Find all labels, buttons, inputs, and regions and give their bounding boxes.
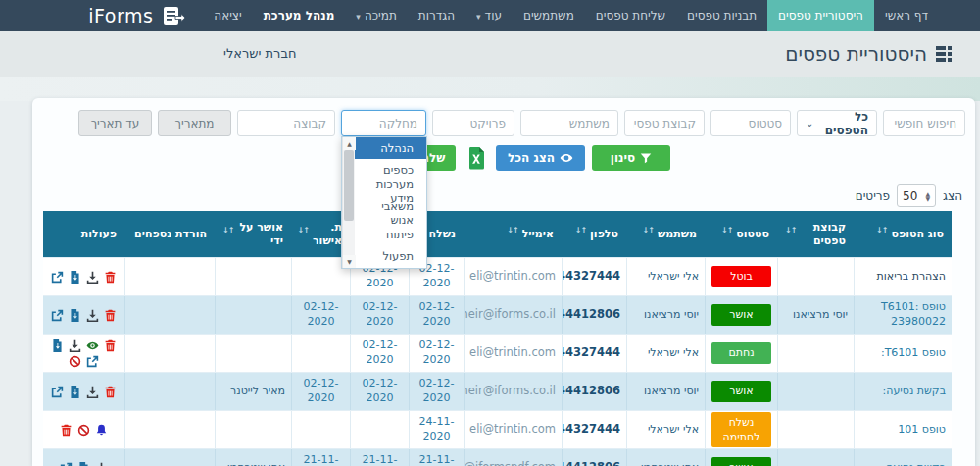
form-type-link[interactable]: טופס T6101: [881, 346, 946, 361]
form-type-link[interactable]: טופס T6101: 23980022 [860, 300, 946, 330]
trash-icon[interactable] [104, 271, 117, 284]
form-type-link[interactable]: בקשת נסיעה: [883, 461, 946, 466]
email[interactable]: meir@iforms.co.il [464, 384, 556, 399]
filter-forms-group-input[interactable] [624, 110, 705, 136]
filled: 21-11-2020 [357, 453, 403, 466]
column-header-2[interactable]: סטטוס↑↓ [705, 211, 777, 257]
sort-icon: ↑↓ [507, 226, 517, 235]
nav-item-2[interactable]: תבניות טפסים [676, 0, 767, 31]
column-header-1[interactable]: קבוצת טפסים↑↓ [777, 211, 854, 257]
nav-item-3[interactable]: שליחת טפסים [585, 0, 676, 31]
form-type-link[interactable]: טופס 101 [898, 423, 946, 438]
email-cell: eli@trintin.com [464, 258, 562, 295]
email[interactable]: meir@iforms.co.il [464, 307, 556, 323]
iforms-logo-icon [160, 5, 185, 26]
filter-button[interactable]: סינון [592, 145, 670, 171]
per-page-control: הצג ▲▼ 50 פריטים [856, 184, 962, 207]
show-all-button[interactable]: הצג הכל [496, 145, 585, 171]
email-cell: support@iformspdf.com [464, 449, 562, 466]
form-type-cell: טופס T6101: 23980022 [854, 296, 952, 334]
email-cell: eli@trintin.com [464, 411, 562, 448]
doc-icon[interactable] [69, 386, 81, 398]
form-type-link[interactable]: בקשת נסיעה: [883, 385, 946, 399]
nav-item-1[interactable]: היסטוריית טפסים [767, 0, 874, 31]
filter-status-input[interactable] [710, 110, 791, 136]
status-badge: נחתם [711, 342, 771, 363]
excel-export-icon[interactable] [463, 145, 489, 171]
email[interactable]: eli@trintin.com [469, 422, 556, 438]
phone: 0544327444 [562, 345, 620, 361]
nav-item-0[interactable]: דף ראשי [874, 0, 939, 31]
nav-item-8[interactable]: מנהל מערכת [253, 0, 346, 31]
trash-icon[interactable] [104, 339, 117, 352]
trash-icon[interactable] [60, 424, 73, 437]
nav-item-4[interactable]: משתמשים [513, 0, 585, 31]
column-header-0[interactable]: סוג הטופס↑↓ [854, 211, 952, 257]
download-icon[interactable] [86, 271, 99, 284]
status-cell: אושר [705, 296, 777, 334]
column-header-5[interactable]: אימייל↑↓ [464, 211, 562, 257]
email[interactable]: eli@trintin.com [469, 269, 556, 285]
nav-item-9[interactable]: יציאה [203, 0, 252, 31]
filter-group-input[interactable] [237, 110, 335, 136]
status-cell: נחתם [705, 335, 777, 372]
column-header-9[interactable]: אושר על ידי↑↓ [215, 211, 291, 257]
status-cell: בוטל [705, 258, 777, 295]
bell-icon[interactable] [95, 424, 108, 437]
nav-item-7[interactable]: תמיכה▾ [345, 0, 407, 31]
dropdown-scrollbar[interactable]: ▲ ▼ [342, 137, 355, 268]
share-icon[interactable] [51, 386, 64, 398]
filter-project-input[interactable] [432, 110, 514, 136]
per-page-spinner[interactable]: ▲▼ 50 [897, 184, 936, 207]
ban-icon[interactable] [69, 355, 81, 368]
share-icon[interactable] [86, 355, 99, 368]
download-icon[interactable] [95, 462, 108, 466]
scroll-up-icon[interactable]: ▲ [343, 137, 356, 150]
share-icon[interactable] [51, 271, 64, 284]
share-icon[interactable] [51, 309, 64, 322]
column-header-4[interactable]: טלפון↑↓ [562, 211, 626, 257]
nav-item-5[interactable]: עוד▾ [466, 0, 513, 31]
doc-icon[interactable] [77, 462, 90, 466]
trash-icon[interactable] [104, 309, 117, 322]
filter-free-search-input[interactable] [883, 110, 965, 136]
brand-logo[interactable]: iForms [80, 0, 193, 31]
status-badge: בוטל [711, 266, 771, 286]
doc-icon[interactable] [69, 309, 81, 322]
filter-from-date-input[interactable]: מתאריך [158, 110, 231, 136]
dropdown-option-4[interactable]: פיתוח [355, 224, 426, 245]
spinner-arrows-icon[interactable]: ▲▼ [925, 191, 930, 201]
share-icon[interactable] [60, 462, 73, 466]
group-cell: יוסי מרציאנו [777, 296, 854, 334]
filled-cell [350, 411, 409, 448]
download-icon[interactable] [69, 339, 81, 352]
doc-icon[interactable] [51, 339, 64, 352]
trash-icon[interactable] [104, 386, 117, 398]
table-header-row: סוג הטופס↑↓קבוצת טפסים↑↓סטטוס↑↓משתמש↑↓טל… [43, 211, 952, 257]
nav-item-6[interactable]: הגדרות [408, 0, 466, 31]
scrollbar-thumb[interactable] [344, 150, 354, 221]
ban-icon[interactable] [77, 424, 90, 437]
top-navbar: דף ראשיהיסטוריית טפסיםתבניות טפסיםשליחת … [0, 0, 980, 31]
email[interactable]: eli@trintin.com [469, 345, 556, 361]
scroll-down-icon[interactable]: ▼ [343, 255, 356, 268]
download-icon[interactable] [86, 309, 99, 322]
download-icon[interactable] [86, 386, 99, 398]
filter-user-input[interactable] [520, 110, 618, 136]
approved-cell: 02-12-2020 [291, 373, 350, 410]
filter-form-kind-select[interactable]: כל הטפסים⌄ [797, 110, 877, 136]
dropdown-option-5[interactable]: תפעול [355, 245, 426, 267]
filter-department-input[interactable] [341, 110, 426, 136]
doc-icon[interactable] [69, 271, 81, 284]
table-row: בקשת נסיעה:אושראסי שטרסמן0544412806suppo… [43, 448, 952, 466]
eye-icon[interactable] [86, 339, 99, 352]
email-cell: meir@iforms.co.il [464, 296, 562, 334]
sort-icon: ↑↓ [575, 226, 586, 235]
email[interactable]: support@iformspdf.com [464, 460, 556, 466]
actions-cell [43, 449, 124, 466]
dropdown-option-0[interactable]: הנהלה [355, 137, 426, 159]
dropdown-option-3[interactable]: משאבי אנוש [355, 202, 426, 224]
chevron-down-icon: ▾ [356, 12, 361, 22]
filter-to-date-input[interactable]: עד תאריך [78, 110, 152, 136]
column-header-3[interactable]: משתמש↑↓ [626, 211, 705, 257]
